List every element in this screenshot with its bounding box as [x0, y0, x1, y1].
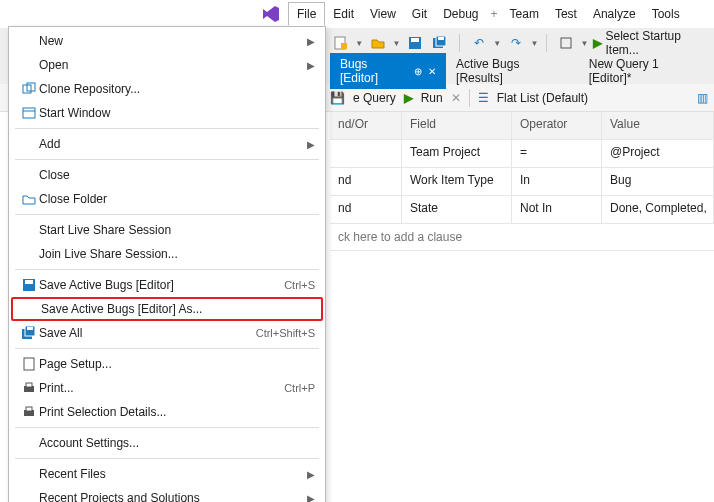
plus-icon[interactable]: +: [487, 7, 502, 21]
cell-operator[interactable]: =: [512, 140, 602, 167]
submenu-arrow-icon: ▶: [307, 60, 315, 71]
menu-analyze[interactable]: Analyze: [585, 3, 644, 25]
menu-item-label: Close: [39, 168, 315, 182]
file-menu-item[interactable]: Start Live Share Session: [11, 218, 323, 242]
file-menu-item[interactable]: Save Active Bugs [Editor]Ctrl+S: [11, 273, 323, 297]
submenu-arrow-icon: ▶: [307, 469, 315, 480]
svg-rect-21: [26, 407, 32, 411]
grid-header-row: nd/Or Field Operator Value: [330, 112, 714, 140]
menu-git[interactable]: Git: [404, 3, 435, 25]
dropdown-arrow-icon[interactable]: ▼: [392, 39, 400, 48]
file-menu-item[interactable]: Start Window: [11, 101, 323, 125]
save-query-label[interactable]: e Query: [353, 91, 396, 105]
cell-value[interactable]: @Project: [602, 140, 714, 167]
menu-separator: [15, 348, 319, 349]
grid-row[interactable]: nd State Not In Done, Completed,: [330, 196, 714, 224]
cell-value[interactable]: Done, Completed,: [602, 196, 714, 223]
menu-team[interactable]: Team: [502, 3, 547, 25]
tab-active-bugs-results[interactable]: Active Bugs [Results]: [446, 53, 579, 89]
cell-andor[interactable]: nd: [330, 168, 402, 195]
file-menu-item[interactable]: Close: [11, 163, 323, 187]
save-query-icon[interactable]: 💾: [330, 91, 345, 105]
menu-item-label: Print Selection Details...: [39, 405, 315, 419]
file-menu-item[interactable]: Recent Projects and Solutions▶: [11, 486, 323, 502]
query-grid: nd/Or Field Operator Value Team Project …: [330, 112, 714, 251]
pin-icon[interactable]: ⊕: [414, 66, 422, 77]
file-menu-item[interactable]: Save Active Bugs [Editor] As...: [11, 297, 323, 321]
file-menu-item[interactable]: Add▶: [11, 132, 323, 156]
menu-item-label: Start Window: [39, 106, 315, 120]
menu-shortcut: Ctrl+S: [284, 279, 315, 291]
config-icon[interactable]: [555, 32, 576, 54]
run-button[interactable]: Run: [421, 91, 443, 105]
dropdown-arrow-icon[interactable]: ▼: [355, 39, 363, 48]
file-menu-item[interactable]: Recent Files▶: [11, 462, 323, 486]
menu-separator: [15, 128, 319, 129]
menu-item-label: Start Live Share Session: [39, 223, 315, 237]
file-menu-item[interactable]: Print...Ctrl+P: [11, 376, 323, 400]
save-icon[interactable]: [404, 32, 425, 54]
tab-label: Bugs [Editor]: [340, 57, 408, 85]
add-clause-row[interactable]: ck here to add a clause: [330, 224, 714, 251]
col-andor[interactable]: nd/Or: [330, 112, 402, 139]
new-item-icon[interactable]: [330, 32, 351, 54]
cell-operator[interactable]: In: [512, 168, 602, 195]
file-menu-item[interactable]: Save AllCtrl+Shift+S: [11, 321, 323, 345]
open-icon[interactable]: [367, 32, 388, 54]
list-view-icon[interactable]: ☰: [478, 91, 489, 105]
svg-rect-7: [561, 38, 571, 48]
menu-shortcut: Ctrl+P: [284, 382, 315, 394]
grid-row[interactable]: nd Work Item Type In Bug: [330, 168, 714, 196]
cell-operator[interactable]: Not In: [512, 196, 602, 223]
tab-active-bugs-editor[interactable]: Bugs [Editor] ⊕ ✕: [330, 53, 446, 89]
file-menu-item[interactable]: Page Setup...: [11, 352, 323, 376]
menu-file[interactable]: File: [288, 2, 325, 26]
menu-test[interactable]: Test: [547, 3, 585, 25]
menu-separator: [15, 458, 319, 459]
page-icon: [19, 357, 39, 371]
file-menu-item[interactable]: Print Selection Details...: [11, 400, 323, 424]
menu-item-label: Join Live Share Session...: [39, 247, 315, 261]
columns-icon[interactable]: ▥: [697, 91, 708, 105]
menubar: File Edit View Git Debug + Team Test Ana…: [0, 0, 714, 28]
menu-debug[interactable]: Debug: [435, 3, 486, 25]
cell-field[interactable]: Team Project: [402, 140, 512, 167]
grid-row[interactable]: Team Project = @Project: [330, 140, 714, 168]
undo-icon[interactable]: ↶: [468, 32, 489, 54]
play-icon[interactable]: ▶: [593, 36, 602, 50]
stop-icon[interactable]: ✕: [451, 91, 461, 105]
tab-label: New Query 1 [Editor]*: [589, 57, 704, 85]
svg-rect-13: [25, 280, 33, 284]
file-menu-item[interactable]: New▶: [11, 29, 323, 53]
dropdown-arrow-icon[interactable]: ▼: [530, 39, 538, 48]
menu-shortcut: Ctrl+Shift+S: [256, 327, 315, 339]
dropdown-arrow-icon[interactable]: ▼: [493, 39, 501, 48]
file-menu-item[interactable]: Close Folder: [11, 187, 323, 211]
menu-edit[interactable]: Edit: [325, 3, 362, 25]
menu-item-label: Save All: [39, 326, 256, 340]
close-icon[interactable]: ✕: [428, 66, 436, 77]
menu-item-label: Recent Projects and Solutions: [39, 491, 307, 502]
cell-value[interactable]: Bug: [602, 168, 714, 195]
redo-icon[interactable]: ↷: [505, 32, 526, 54]
cell-field[interactable]: State: [402, 196, 512, 223]
view-type-selector[interactable]: Flat List (Default): [497, 91, 588, 105]
file-menu-item[interactable]: Open▶: [11, 53, 323, 77]
cell-field[interactable]: Work Item Type: [402, 168, 512, 195]
menu-tools[interactable]: Tools: [644, 3, 688, 25]
run-icon[interactable]: ▶: [404, 91, 413, 105]
tab-new-query[interactable]: New Query 1 [Editor]*: [579, 53, 714, 89]
save-all-icon[interactable]: [430, 32, 451, 54]
svg-rect-3: [411, 38, 419, 42]
col-field[interactable]: Field: [402, 112, 512, 139]
col-operator[interactable]: Operator: [512, 112, 602, 139]
file-menu-item[interactable]: Join Live Share Session...: [11, 242, 323, 266]
file-menu-item[interactable]: Clone Repository...: [11, 77, 323, 101]
col-value[interactable]: Value: [602, 112, 714, 139]
cell-andor[interactable]: [330, 140, 402, 167]
dropdown-arrow-icon[interactable]: ▼: [581, 39, 589, 48]
menu-view[interactable]: View: [362, 3, 404, 25]
cell-andor[interactable]: nd: [330, 196, 402, 223]
file-menu-item[interactable]: Account Settings...: [11, 431, 323, 455]
submenu-arrow-icon: ▶: [307, 36, 315, 47]
